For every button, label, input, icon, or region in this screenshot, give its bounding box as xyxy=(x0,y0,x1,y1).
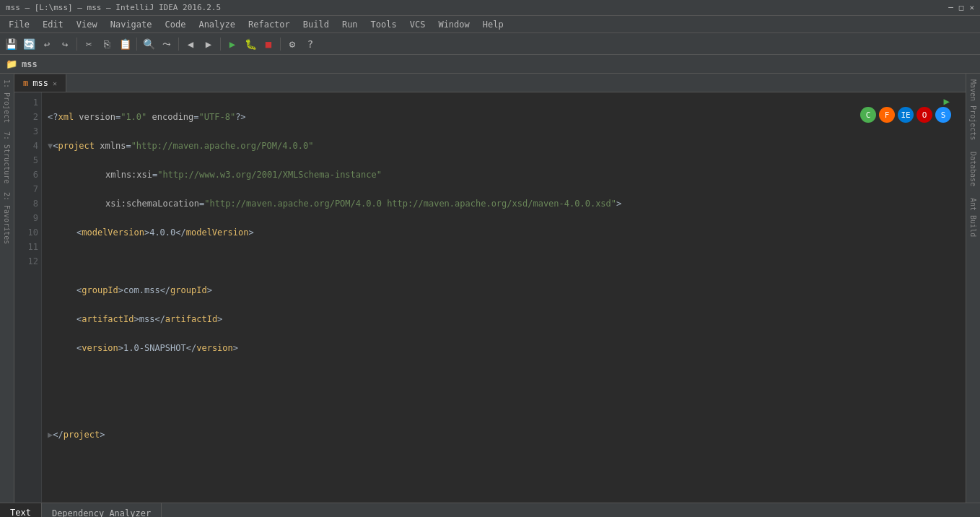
maximize-btn[interactable]: □ xyxy=(959,3,964,12)
project-header: 📁 mss xyxy=(0,55,980,74)
firefox-icon[interactable]: F xyxy=(879,107,895,123)
line-numbers: 1 2 3 4 5 6 7 8 9 10 11 12 xyxy=(14,92,42,503)
opera-icon[interactable]: O xyxy=(916,107,932,123)
tab-close-icon[interactable]: ✕ xyxy=(53,79,57,87)
safari-icon[interactable]: S xyxy=(935,107,951,123)
menu-help[interactable]: Help xyxy=(477,18,509,31)
toolbar-sync[interactable]: 🔄 xyxy=(21,36,37,52)
bottom-tab-text[interactable]: Text xyxy=(0,503,42,518)
title-text: mss – [L:\mss] – mss – IntelliJ IDEA 201… xyxy=(6,3,221,12)
menu-file[interactable]: File xyxy=(3,18,35,31)
toolbar: 💾 🔄 ↩ ↪ ✂ ⎘ 📋 🔍 ⤳ ◀ ▶ ▶ 🐛 ■ ⚙ ? xyxy=(0,33,980,55)
menu-tools[interactable]: Tools xyxy=(365,18,403,31)
right-sidebar: Maven Projects Database Ant Build xyxy=(966,74,980,503)
toolbar-save[interactable]: 💾 xyxy=(3,36,19,52)
project-name: mss xyxy=(22,59,38,69)
toolbar-stop[interactable]: ■ xyxy=(261,36,276,52)
menu-edit[interactable]: Edit xyxy=(37,18,69,31)
editor-area: m mss ✕ 1 2 3 4 5 6 7 8 9 10 11 12 <?xml… xyxy=(14,74,966,503)
toolbar-forward[interactable]: ▶ xyxy=(201,36,216,52)
code-editor: 1 2 3 4 5 6 7 8 9 10 11 12 <?xml version… xyxy=(14,92,966,503)
sidebar-project[interactable]: 1: Project xyxy=(1,77,12,126)
bottom-tabs: Text Dependency Analyzer xyxy=(0,503,980,517)
menu-analyze[interactable]: Analyze xyxy=(193,18,241,31)
sep1 xyxy=(76,38,77,51)
browser-icons: C F IE O S xyxy=(860,107,951,123)
toolbar-paste[interactable]: 📋 xyxy=(117,36,133,52)
menu-bar: File Edit View Navigate Code Analyze Ref… xyxy=(0,16,980,33)
toolbar-find[interactable]: 🔍 xyxy=(141,36,157,52)
sidebar-ant-build[interactable]: Ant Build xyxy=(966,192,980,243)
sidebar-structure[interactable]: 7: Structure xyxy=(1,129,12,186)
close-btn[interactable]: ✕ xyxy=(969,3,974,12)
right-arrow-indicator: ▶ xyxy=(944,95,950,107)
toolbar-settings[interactable]: ⚙ xyxy=(284,36,300,52)
menu-vcs[interactable]: VCS xyxy=(404,18,432,31)
sidebar-maven-projects[interactable]: Maven Projects xyxy=(966,74,980,146)
menu-refactor[interactable]: Refactor xyxy=(242,18,296,31)
minimize-btn[interactable]: ─ xyxy=(948,3,953,12)
menu-build[interactable]: Build xyxy=(297,18,335,31)
sidebar-database[interactable]: Database xyxy=(966,146,980,192)
sep4 xyxy=(220,38,221,51)
menu-navigate[interactable]: Navigate xyxy=(105,18,158,31)
toolbar-debug[interactable]: 🐛 xyxy=(242,36,258,52)
sep2 xyxy=(136,38,137,51)
sep5 xyxy=(280,38,281,51)
menu-run[interactable]: Run xyxy=(336,18,364,31)
toolbar-copy[interactable]: ⎘ xyxy=(99,36,115,52)
main-layout: 1: Project 7: Structure 2: Favorites m m… xyxy=(0,74,980,503)
menu-view[interactable]: View xyxy=(71,18,103,31)
chrome-icon[interactable]: C xyxy=(860,107,876,123)
toolbar-redo[interactable]: ↪ xyxy=(57,36,73,52)
toolbar-cut[interactable]: ✂ xyxy=(81,36,97,52)
menu-window[interactable]: Window xyxy=(432,18,475,31)
bottom-panel: Text Dependency Analyzer Messages Maven … xyxy=(0,503,980,517)
code-content[interactable]: <?xml version="1.0" encoding="UTF-8"?> ▼… xyxy=(42,92,966,503)
toolbar-back[interactable]: ◀ xyxy=(183,36,198,52)
left-sidebar: 1: Project 7: Structure 2: Favorites xyxy=(0,74,14,503)
sep3 xyxy=(178,38,179,51)
title-bar: mss – [L:\mss] – mss – IntelliJ IDEA 201… xyxy=(0,0,980,16)
ie-icon[interactable]: IE xyxy=(898,107,914,123)
sidebar-favorites[interactable]: 2: Favorites xyxy=(1,189,12,247)
tab-label: mss xyxy=(32,78,48,88)
menu-code[interactable]: Code xyxy=(159,18,192,31)
tab-icon: m xyxy=(23,78,28,88)
toolbar-run[interactable]: ▶ xyxy=(224,36,240,52)
editor-tabs: m mss ✕ xyxy=(14,74,966,92)
toolbar-replace[interactable]: ⤳ xyxy=(159,36,175,52)
bottom-tab-dependency[interactable]: Dependency Analyzer xyxy=(42,503,162,518)
toolbar-undo[interactable]: ↩ xyxy=(39,36,55,52)
editor-tab-mss[interactable]: m mss ✕ xyxy=(14,74,66,92)
project-folder-icon: 📁 xyxy=(6,58,17,69)
toolbar-help[interactable]: ? xyxy=(302,36,318,52)
